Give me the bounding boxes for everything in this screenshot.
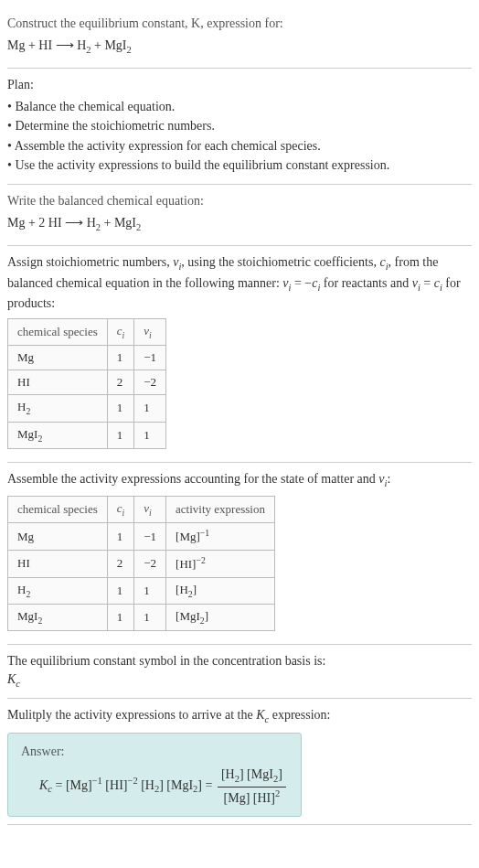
rhs-mgi2: + MgI2 — [101, 216, 141, 230]
denominator: [Mg] [HI]2 — [218, 788, 286, 807]
plan-section: Plan: • Balance the chemical equation. •… — [7, 69, 472, 185]
table-header-row: chemical species ci νi — [8, 318, 166, 345]
col-ci: ci — [107, 318, 134, 345]
rhs-h2: H2 — [87, 216, 101, 230]
stoich-section: Assign stoichiometric numbers, νi, using… — [7, 246, 472, 463]
symbol-text: The equilibrium constant symbol in the c… — [7, 652, 472, 670]
cell-nui: −2 — [134, 551, 166, 578]
cell-ci: 1 — [107, 604, 134, 630]
balanced-equation: Mg + 2 HI ⟶ H2 + MgI2 — [7, 214, 472, 234]
cell-ci: 1 — [107, 345, 134, 370]
col-species: chemical species — [8, 318, 108, 345]
balanced-heading: Write the balanced chemical equation: — [7, 192, 472, 210]
cell-activity: [Mg]−1 — [166, 523, 275, 551]
plan-item: • Assemble the activity expression for e… — [7, 137, 472, 155]
cell-species: HI — [8, 370, 108, 395]
lhs: Mg + 2 HI — [7, 216, 62, 230]
table-row: MgI2 1 1 — [8, 422, 166, 448]
cell-ci: 2 — [107, 370, 134, 395]
cell-activity: [HI]−2 — [166, 551, 275, 578]
activity-intro: Assemble the activity expressions accoun… — [7, 470, 472, 490]
lhs: Mg + HI — [7, 38, 52, 52]
rhs-h2: H2 — [77, 38, 90, 52]
answer-equation: Kc = [Mg]−1 [HI]−2 [H2] [MgI2] = [H2] [M… — [39, 766, 288, 807]
stoich-intro: Assign stoichiometric numbers, νi, using… — [7, 253, 472, 313]
col-ci: ci — [107, 497, 134, 523]
cell-species: H2 — [8, 395, 108, 422]
plan-item: • Determine the stoichiometric numbers. — [7, 117, 472, 135]
table-row: H2 1 1 [H2] — [8, 577, 275, 604]
activity-section: Assemble the activity expressions accoun… — [7, 463, 472, 645]
answer-label: Answer: — [21, 743, 288, 761]
cell-nui: −2 — [134, 370, 166, 395]
answer-box: Answer: Kc = [Mg]−1 [HI]−2 [H2] [MgI2] =… — [7, 733, 302, 817]
rhs-mgi2: + MgI2 — [91, 38, 132, 52]
plan-item: • Use the activity expressions to build … — [7, 156, 472, 175]
balanced-section: Write the balanced chemical equation: Mg… — [7, 185, 472, 246]
symbol-section: The equilibrium constant symbol in the c… — [7, 645, 472, 699]
activity-table: chemical species ci νi activity expressi… — [7, 496, 275, 631]
table-row: MgI2 1 1 [MgI2] — [8, 604, 275, 630]
prompt-section: Construct the equilibrium constant, K, e… — [7, 7, 472, 69]
col-nui: νi — [134, 318, 166, 345]
arrow-icon: ⟶ — [65, 216, 87, 230]
cell-nui: 1 — [134, 395, 166, 422]
col-activity: activity expression — [166, 497, 275, 523]
cell-species: MgI2 — [8, 422, 108, 448]
table-header-row: chemical species ci νi activity expressi… — [8, 497, 275, 523]
prompt-label: Construct the equilibrium constant, K, e… — [7, 16, 283, 30]
cell-activity: [MgI2] — [166, 604, 275, 630]
cell-ci: 1 — [107, 577, 134, 604]
cell-ci: 1 — [107, 395, 134, 422]
numerator: [H2] [MgI2] — [218, 766, 286, 787]
cell-nui: 1 — [134, 422, 166, 448]
cell-nui: −1 — [134, 523, 166, 551]
col-nui: νi — [134, 497, 166, 523]
cell-nui: 1 — [134, 577, 166, 604]
cell-species: Mg — [8, 523, 108, 551]
plan-item: • Balance the chemical equation. — [7, 98, 472, 116]
cell-ci: 2 — [107, 551, 134, 578]
col-species: chemical species — [8, 497, 108, 523]
table-row: Mg 1 −1 — [8, 345, 166, 370]
cell-activity: [H2] — [166, 577, 275, 604]
table-row: H2 1 1 — [8, 395, 166, 422]
prompt-text: Construct the equilibrium constant, K, e… — [7, 15, 472, 33]
fraction: [H2] [MgI2][Mg] [HI]2 — [218, 766, 286, 807]
cell-nui: 1 — [134, 604, 166, 630]
arrow-icon: ⟶ — [56, 38, 78, 52]
cell-ci: 1 — [107, 523, 134, 551]
cell-species: Mg — [8, 345, 108, 370]
multiply-text: Mulitply the activity expressions to arr… — [7, 706, 472, 726]
symbol-kc: Kc — [7, 670, 472, 691]
cell-species: MgI2 — [8, 604, 108, 630]
multiply-section: Mulitply the activity expressions to arr… — [7, 699, 472, 825]
cell-nui: −1 — [134, 345, 166, 370]
unbalanced-equation: Mg + HI ⟶ H2 + MgI2 — [7, 37, 472, 57]
plan-list: • Balance the chemical equation. • Deter… — [7, 98, 472, 175]
cell-species: HI — [8, 551, 108, 578]
table-row: HI 2 −2 [HI]−2 — [8, 551, 275, 578]
table-row: Mg 1 −1 [Mg]−1 — [8, 523, 275, 551]
table-row: HI 2 −2 — [8, 370, 166, 395]
cell-species: H2 — [8, 577, 108, 604]
cell-ci: 1 — [107, 422, 134, 448]
stoich-table: chemical species ci νi Mg 1 −1 HI 2 −2 H… — [7, 318, 166, 449]
plan-heading: Plan: — [7, 76, 472, 94]
